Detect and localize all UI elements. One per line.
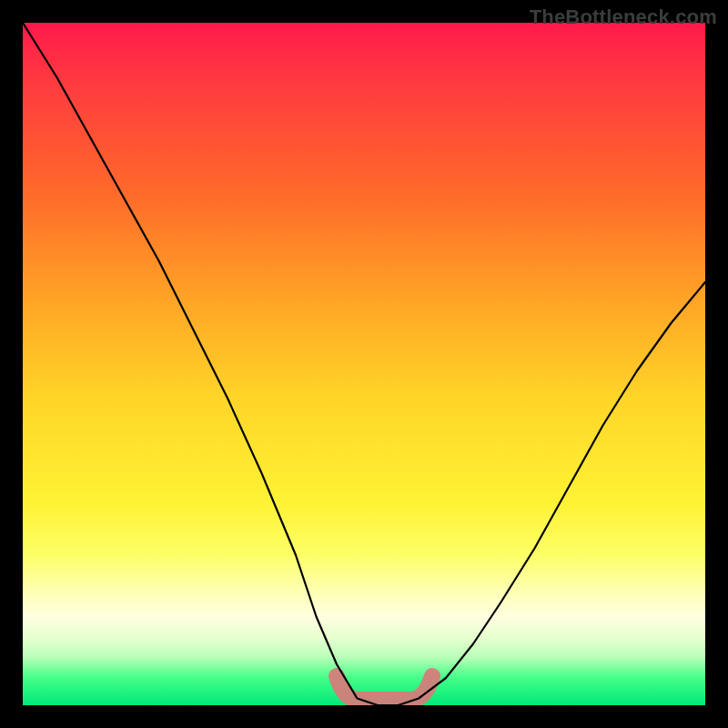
watermark-text: TheBottleneck.com — [530, 5, 717, 29]
chart-frame: TheBottleneck.com — [0, 0, 728, 728]
bottleneck-curve-line — [23, 23, 705, 705]
plot-area — [23, 23, 705, 705]
plot-svg — [23, 23, 705, 705]
